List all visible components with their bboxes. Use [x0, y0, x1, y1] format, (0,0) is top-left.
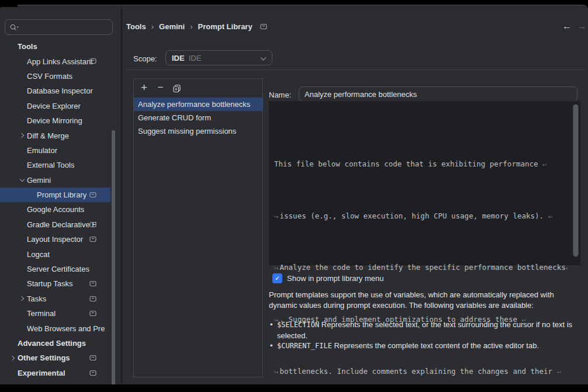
sidebar-item-terminal[interactable]: Terminal: [0, 306, 110, 321]
settings-window: Tools App Links Assistant: [0, 5, 588, 384]
variable-item: $CURRENT_FILE Represents the complete te…: [269, 341, 577, 352]
sidebar-item-app-links-assistant[interactable]: App Links Assistant: [0, 54, 110, 68]
chevron-icon[interactable]: [8, 42, 18, 51]
chevron-icon[interactable]: [18, 279, 27, 289]
show-in-menu-checkbox[interactable]: ✓: [272, 273, 282, 283]
chevron-icon[interactable]: [18, 57, 27, 66]
chevron-icon[interactable]: [18, 145, 27, 155]
chevron-icon[interactable]: [18, 131, 27, 140]
forward-button[interactable]: →: [577, 21, 587, 32]
breadcrumb-separator: ›: [190, 22, 192, 31]
breadcrumb-tools[interactable]: Tools: [126, 22, 146, 31]
prompt-list-toolbar: + −: [134, 79, 262, 98]
scope-label: Scope:: [133, 54, 157, 63]
sidebar-item-diff-merge[interactable]: Diff & Merge: [0, 128, 110, 143]
chevron-icon[interactable]: [8, 368, 18, 377]
window-icon: [89, 192, 96, 198]
sidebar-item-label: Layout Inspector: [27, 235, 83, 244]
editor-scrollbar[interactable]: [573, 104, 579, 257]
chevron-icon[interactable]: [8, 339, 18, 348]
softwrap-icon: ↩: [542, 162, 547, 168]
prompt-item-analyze-performance-bottlenecks[interactable]: Analyze performance bottlenecks: [134, 98, 262, 111]
chevron-icon[interactable]: [18, 101, 27, 110]
checkmark-icon: ✓: [275, 275, 280, 282]
show-in-menu-label[interactable]: Show in prompt library menu: [287, 274, 383, 283]
add-prompt-button[interactable]: +: [137, 81, 151, 95]
sidebar-item-tools[interactable]: Tools: [0, 39, 110, 54]
sidebar-item-advanced-settings[interactable]: Advanced Settings: [0, 336, 110, 351]
chevron-icon[interactable]: [18, 235, 27, 244]
sidebar-scrollbar[interactable]: [112, 130, 115, 384]
prompt-name-input[interactable]: [299, 86, 577, 102]
chevron-icon[interactable]: [18, 324, 27, 333]
editor-line-text: issues (e.g., slow execution, high CPU u…: [280, 211, 548, 220]
editor-line-text: This file below contains code that is ex…: [274, 159, 542, 168]
prompt-editor[interactable]: ↩This file below contains code that is e…: [269, 101, 580, 265]
back-button[interactable]: ←: [562, 21, 572, 32]
sidebar-item-gradle-declarative-f[interactable]: Gradle Declarative F: [0, 217, 110, 232]
sidebar-item-server-certificates[interactable]: Server Certificates: [0, 262, 110, 276]
sidebar-item-experimental[interactable]: Experimental: [0, 366, 110, 380]
chevron-icon[interactable]: [18, 116, 27, 126]
sidebar-item-label: App Links Assistant: [27, 57, 93, 66]
sidebar-item-tasks[interactable]: Tasks: [0, 292, 110, 306]
duplicate-prompt-button[interactable]: [170, 81, 184, 95]
chevron-icon[interactable]: [18, 71, 27, 81]
editor-line: ↩This file below contains code that is e…: [274, 158, 568, 171]
window-icon: [260, 23, 267, 30]
chevron-icon[interactable]: [27, 190, 37, 200]
sidebar-item-label: CSV Formats: [27, 72, 72, 81]
sidebar-item-emulator[interactable]: Emulator: [0, 143, 110, 158]
chevron-down-icon: [260, 55, 266, 61]
chevron-icon[interactable]: [18, 294, 27, 303]
sidebar-item-database-inspector[interactable]: Database Inspector: [0, 84, 110, 98]
chevron-icon[interactable]: [8, 353, 18, 363]
sidebar-item-label: Prompt Library: [37, 190, 87, 199]
sidebar-item-label: Logcat: [27, 250, 50, 259]
sidebar-item-gemini[interactable]: Gemini: [0, 173, 110, 188]
window-icon: [89, 310, 96, 317]
name-label: Name:: [269, 91, 291, 99]
sidebar-item-label: Emulator: [27, 146, 57, 155]
variable-item: $SELECTION Represents the selected text,…: [269, 320, 577, 341]
chevron-icon[interactable]: [18, 220, 27, 229]
sidebar-item-logcat[interactable]: Logcat: [0, 247, 110, 261]
settings-search[interactable]: [5, 19, 113, 35]
remove-prompt-button[interactable]: −: [153, 81, 168, 95]
sidebar-item-device-mirroring[interactable]: Device Mirroring: [0, 113, 110, 128]
chevron-icon[interactable]: [18, 265, 27, 274]
sidebar-item-external-tools[interactable]: External Tools: [0, 158, 110, 172]
editor-line-text: bottlenecks. Include comments explaining…: [280, 367, 557, 376]
prompt-item-generate-crud-form[interactable]: Generate CRUD form: [134, 111, 262, 124]
chevron-icon[interactable]: [18, 249, 27, 259]
sidebar-item-other-settings[interactable]: Other Settings: [0, 351, 110, 365]
sidebar-item-layout-inspector[interactable]: Layout Inspector: [0, 232, 110, 247]
editor-line-text: Analyze the code to identify the specifi…: [280, 263, 566, 272]
chevron-icon[interactable]: [18, 175, 27, 185]
breadcrumb-prompt-library[interactable]: Prompt Library: [198, 22, 252, 31]
chevron-icon[interactable]: [18, 86, 27, 96]
sidebar-item-startup-tasks[interactable]: Startup Tasks: [0, 276, 110, 291]
window-icon: [89, 58, 96, 64]
sidebar-item-google-accounts[interactable]: Google Accounts: [0, 202, 110, 217]
scope-value: IDE: [172, 54, 185, 63]
sidebar-item-csv-formats[interactable]: CSV Formats: [0, 69, 110, 84]
search-icon[interactable]: [9, 23, 20, 32]
chevron-icon[interactable]: [18, 309, 27, 318]
window-icon: [89, 355, 96, 361]
editor-line: ↩issues (e.g., slow execution, high CPU …: [274, 210, 568, 223]
chevron-icon[interactable]: [18, 205, 27, 214]
chevron-icon[interactable]: [18, 161, 27, 170]
sidebar-item-device-explorer[interactable]: Device Explorer: [0, 99, 110, 113]
variable-text: Represents the complete text content of …: [332, 341, 539, 350]
prompt-item-suggest-missing-permissions[interactable]: Suggest missing permissions: [134, 124, 262, 138]
search-input[interactable]: [22, 23, 108, 32]
sidebar-item-prompt-library[interactable]: Prompt Library: [0, 188, 110, 202]
sidebar-item-web-browsers-and-pre[interactable]: Web Browsers and Pre: [0, 321, 110, 335]
sidebar-item-label: Startup Tasks: [27, 279, 73, 288]
softwrap-icon: ↩: [274, 366, 279, 379]
breadcrumb-gemini[interactable]: Gemini: [159, 22, 185, 31]
scope-select[interactable]: IDE IDE: [165, 50, 272, 65]
variables-description: Prompt templates support the use of vari…: [269, 290, 575, 310]
softwrap-icon: ↩: [274, 210, 279, 223]
